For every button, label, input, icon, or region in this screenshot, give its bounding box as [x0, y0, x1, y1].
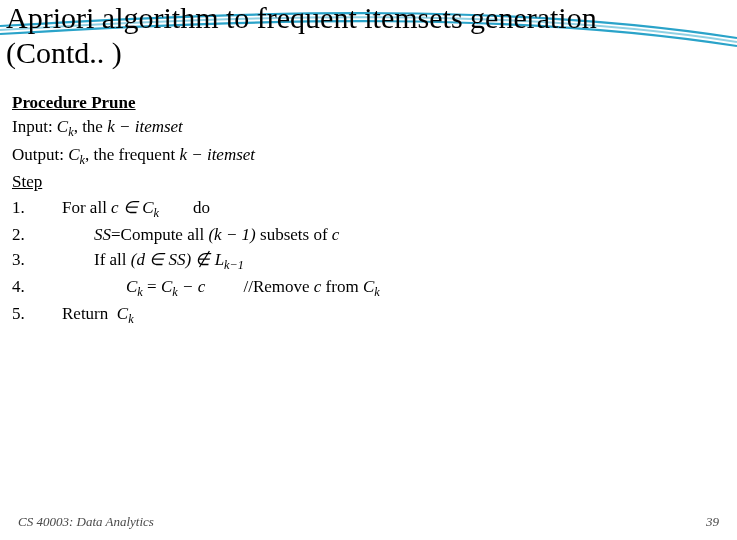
slide: Apriori algorithm to frequent itemsets g…	[0, 0, 737, 540]
input-sep: , the	[74, 117, 108, 136]
step-text: Ck = Ck − c //Remove c from Ck	[38, 275, 725, 302]
step-text: If all (d ∈ SS) ∉ Lk−1	[38, 248, 725, 275]
step-3: 3. If all (d ∈ SS) ∉ Lk−1	[12, 248, 725, 275]
slide-body: Procedure Prune Input: Ck, the k − items…	[0, 71, 737, 330]
steps-list: 1. For all c ∈ Ck do 2. SS=Compute all (…	[12, 196, 725, 329]
output-sep: , the frequent	[85, 145, 179, 164]
step-num: 1.	[12, 196, 38, 223]
title-area: Apriori algorithm to frequent itemsets g…	[0, 0, 737, 71]
step-num: 3.	[12, 248, 38, 275]
step-heading: Step	[12, 170, 725, 195]
output-line: Output: Ck, the frequent k − itemset	[12, 143, 725, 170]
step-num: 5.	[12, 302, 38, 329]
input-itemset: k − itemset	[107, 117, 183, 136]
step-2: 2. SS=Compute all (k − 1) subsets of c	[12, 223, 725, 248]
input-label: Input:	[12, 117, 53, 136]
slide-title: Apriori algorithm to frequent itemsets g…	[6, 0, 731, 71]
step-1: 1. For all c ∈ Ck do	[12, 196, 725, 223]
output-ck: Ck	[64, 145, 85, 164]
step-num: 2.	[12, 223, 38, 248]
step-5: 5. Return Ck	[12, 302, 725, 329]
step-text: Return Ck	[38, 302, 725, 329]
output-label: Output:	[12, 145, 64, 164]
step-num: 4.	[12, 275, 38, 302]
step-text: SS=Compute all (k − 1) subsets of c	[38, 223, 725, 248]
title-line-2: (Contd.. )	[6, 36, 122, 69]
input-line: Input: Ck, the k − itemset	[12, 115, 725, 142]
title-line-1: Apriori algorithm to frequent itemsets g…	[6, 1, 597, 34]
footer-course: CS 40003: Data Analytics	[18, 514, 154, 530]
step-4: 4. Ck = Ck − c //Remove c from Ck	[12, 275, 725, 302]
input-ck: Ck	[53, 117, 74, 136]
step-text: For all c ∈ Ck do	[38, 196, 725, 223]
procedure-heading: Procedure Prune	[12, 91, 725, 116]
footer-page-number: 39	[706, 514, 719, 530]
output-itemset: k − itemset	[179, 145, 255, 164]
